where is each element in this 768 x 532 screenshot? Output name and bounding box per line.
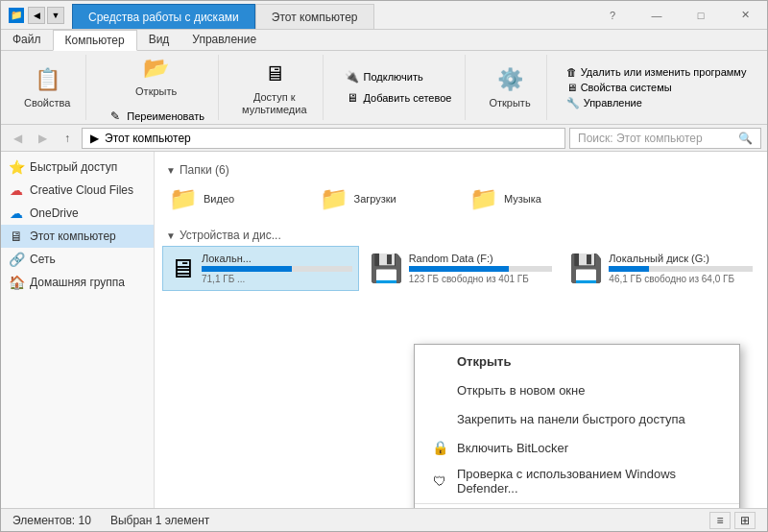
selected-count: Выбран 1 элемент bbox=[110, 514, 209, 527]
quick-access-toolbar: ◀ ▼ bbox=[28, 7, 64, 24]
drive-g-size: 46,1 ГБ свободно из 64,0 ГБ bbox=[609, 274, 753, 284]
context-menu: Открыть Открыть в новом окне Закрепить н… bbox=[414, 344, 740, 508]
list-view-button[interactable]: ≡ bbox=[709, 512, 731, 529]
tab-this-pc[interactable]: Этот компьютер bbox=[255, 4, 374, 29]
address-input[interactable]: ▶ Этот компьютер bbox=[82, 128, 565, 149]
address-path-arrow: ▶ bbox=[90, 132, 99, 145]
maximize-button[interactable]: □ bbox=[679, 1, 723, 30]
folder-music-icon: 📁 bbox=[469, 185, 498, 212]
add-network-icon: 🖥 bbox=[345, 90, 360, 106]
drive-item-g[interactable]: 💾 Локальный диск (G:) 46,1 ГБ свободно и… bbox=[563, 246, 759, 291]
tab-disk-tools[interactable]: Средства работы с дисками bbox=[72, 4, 255, 29]
delete-program-label: Удалить или изменить программу bbox=[581, 66, 747, 78]
open2-button[interactable]: ⚙️ Открыть bbox=[481, 60, 538, 113]
properties-button[interactable]: 📋 Свойства bbox=[16, 60, 78, 113]
address-path-text: Этот компьютер bbox=[105, 132, 191, 145]
ctx-open-new-window-icon bbox=[430, 380, 449, 399]
address-bar: ◀ ▶ ↑ ▶ Этот компьютер Поиск: Этот компь… bbox=[1, 125, 767, 152]
tab-manage[interactable]: Управление bbox=[180, 30, 268, 50]
folder-item-video[interactable]: 📁 Видео bbox=[162, 181, 309, 217]
forward-button[interactable]: ▶ bbox=[32, 128, 53, 149]
drive-g-name: Локальный диск (G:) bbox=[609, 253, 753, 264]
up-button[interactable]: ↑ bbox=[57, 128, 78, 149]
delete-program-icon: 🗑 bbox=[566, 66, 577, 78]
drive-c-info: Локальн... 71,1 ГБ ... bbox=[202, 253, 352, 284]
drive-f-size: 123 ГБ свободно из 401 ГБ bbox=[409, 274, 553, 284]
minimize-button[interactable]: — bbox=[635, 1, 679, 30]
window-controls: ? — □ ✕ bbox=[590, 1, 767, 29]
help-button[interactable]: ? bbox=[590, 1, 635, 30]
ctx-defender[interactable]: 🛡 Проверка с использованием Windows Defe… bbox=[415, 462, 739, 500]
sidebar-item-network[interactable]: 🔗 Сеть bbox=[1, 248, 154, 271]
back-button[interactable]: ◀ bbox=[7, 128, 28, 149]
tab-file[interactable]: Файл bbox=[1, 30, 53, 50]
search-box[interactable]: Поиск: Этот компьютер 🔍 bbox=[569, 128, 761, 149]
ribbon-group-open: 📂 Открыть ✎ Переименовать bbox=[94, 55, 219, 120]
connect-btns: 🔌 Подключить 🖥 Добавить сетевое bbox=[339, 67, 458, 108]
folder-item-downloads[interactable]: 📁 Загрузки bbox=[313, 181, 460, 217]
ctx-defender-label: Проверка с использованием Windows Defend… bbox=[457, 467, 724, 496]
folder-music-label: Музыка bbox=[504, 193, 541, 205]
search-icon[interactable]: 🔍 bbox=[738, 132, 753, 145]
creative-cloud-icon: ☁ bbox=[9, 182, 24, 198]
ctx-share[interactable]: Поделиться ▶ bbox=[415, 507, 739, 508]
quick-undo-icon[interactable]: ▼ bbox=[47, 7, 64, 24]
drives-grid: 🖥 Локальн... 71,1 ГБ ... 💾 Random Data (… bbox=[162, 246, 759, 291]
quick-save-icon[interactable]: ◀ bbox=[28, 7, 45, 24]
ctx-pin-quick-label: Закрепить на панели быстрого доступа bbox=[457, 412, 685, 426]
rename-button[interactable]: ✎ Переименовать bbox=[102, 107, 210, 126]
close-button[interactable]: ✕ bbox=[723, 1, 767, 30]
ctx-bitlocker[interactable]: 🔒 Включить BitLocker bbox=[415, 433, 739, 462]
drive-c-icon: 🖥 bbox=[169, 253, 196, 284]
sidebar-label-creative-cloud: Creative Cloud Files bbox=[30, 183, 133, 197]
status-bar: Элементов: 10 Выбран 1 элемент ≡ ⊞ bbox=[1, 508, 767, 531]
rename-label: Переименовать bbox=[127, 110, 204, 122]
open-icon: 📂 bbox=[141, 53, 172, 84]
this-pc-icon: 🖥 bbox=[9, 229, 24, 244]
add-network-button[interactable]: 🖥 Добавить сетевое bbox=[339, 88, 458, 108]
open2-icon: ⚙️ bbox=[494, 64, 525, 95]
access-button[interactable]: 🖥 Доступ кмультимедиа bbox=[234, 55, 315, 120]
folder-item-music[interactable]: 📁 Музыка bbox=[463, 181, 610, 217]
open-button[interactable]: 📂 Открыть bbox=[128, 49, 184, 102]
ribbon-group-properties: 📋 Свойства bbox=[9, 55, 86, 120]
onedrive-icon: ☁ bbox=[9, 206, 24, 221]
sidebar-item-creative-cloud[interactable]: ☁ Creative Cloud Files bbox=[1, 179, 154, 202]
manage-button[interactable]: 🔧 Управление bbox=[563, 96, 751, 110]
properties-icon: 📋 bbox=[32, 64, 62, 95]
ctx-open-icon bbox=[430, 351, 449, 371]
connect-label: Подключить bbox=[364, 71, 423, 83]
sidebar-item-quick-access[interactable]: ⭐ Быстрый доступ bbox=[1, 156, 154, 179]
ribbon-tabs: Файл Компьютер Вид Управление bbox=[1, 30, 767, 51]
drives-section-header: ▼ Устройства и дис... bbox=[162, 225, 759, 246]
app-icon: 📁 bbox=[9, 8, 24, 23]
drive-c-bar-container bbox=[202, 266, 352, 272]
ctx-sep-1 bbox=[415, 503, 739, 504]
ctx-pin-quick-access[interactable]: Закрепить на панели быстрого доступа bbox=[415, 404, 739, 433]
drives-section-label: Устройства и дис... bbox=[180, 229, 281, 242]
folder-video-label: Видео bbox=[204, 193, 234, 205]
drive-f-icon: 💾 bbox=[370, 253, 403, 284]
drive-item-f[interactable]: 💾 Random Data (F:) 123 ГБ свободно из 40… bbox=[363, 246, 560, 291]
system-props-button[interactable]: 🖥 Свойства системы bbox=[563, 81, 751, 94]
drive-c-name: Локальн... bbox=[202, 253, 352, 264]
ctx-open-new-window[interactable]: Открыть в новом окне bbox=[415, 375, 739, 404]
access-icon: 🖥 bbox=[259, 59, 290, 89]
title-tabs: Средства работы с дисками Этот компьютер bbox=[72, 1, 590, 29]
sidebar-item-this-pc[interactable]: 🖥 Этот компьютер bbox=[1, 225, 154, 248]
delete-program-button[interactable]: 🗑 Удалить или изменить программу bbox=[563, 65, 751, 79]
drive-item-c[interactable]: 🖥 Локальн... 71,1 ГБ ... bbox=[162, 246, 359, 291]
grid-view-button[interactable]: ⊞ bbox=[734, 512, 756, 529]
connect-button[interactable]: 🔌 Подключить bbox=[339, 67, 458, 86]
ctx-open[interactable]: Открыть bbox=[415, 347, 739, 375]
tab-computer[interactable]: Компьютер bbox=[53, 30, 137, 51]
explorer-window: 📁 ◀ ▼ Средства работы с дисками Этот ком… bbox=[0, 0, 768, 532]
sidebar-item-homegroup[interactable]: 🏠 Домашняя группа bbox=[1, 271, 154, 294]
drive-f-bar-container bbox=[409, 266, 553, 272]
network-icon: 🔗 bbox=[9, 252, 24, 267]
folder-video-icon: 📁 bbox=[169, 185, 198, 212]
tab-view[interactable]: Вид bbox=[137, 30, 181, 50]
sidebar-item-onedrive[interactable]: ☁ OneDrive bbox=[1, 202, 154, 225]
drive-g-bar bbox=[609, 266, 649, 272]
ribbon-group-connect: 🔌 Подключить 🖥 Добавить сетевое bbox=[331, 55, 467, 120]
